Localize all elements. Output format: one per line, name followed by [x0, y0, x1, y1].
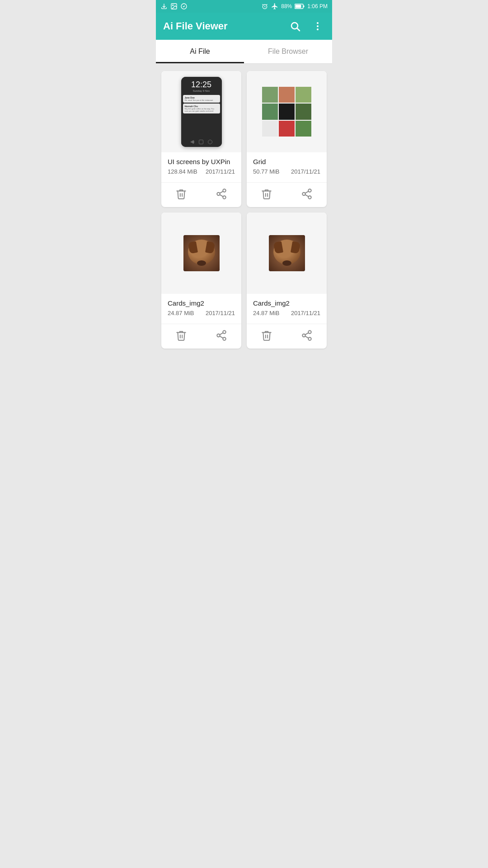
svg-point-1 — [173, 5, 174, 6]
card-preview — [161, 212, 241, 294]
share-icon — [216, 188, 227, 200]
photo-mosaic — [262, 87, 312, 137]
image-icon — [170, 3, 178, 10]
file-size: 50.77 MiB — [253, 168, 280, 175]
time-display: 1:06 PM — [307, 3, 328, 9]
svg-rect-7 — [296, 5, 301, 8]
delete-button[interactable] — [170, 328, 192, 343]
file-name: UI screens by UXPin — [168, 158, 235, 165]
dog-thumbnail — [269, 235, 305, 271]
trash-icon — [261, 330, 272, 341]
svg-rect-8 — [304, 5, 305, 7]
file-date: 2017/11/21 — [206, 310, 235, 316]
battery-icon — [295, 4, 305, 9]
card-preview — [247, 212, 327, 294]
file-card[interactable]: Cards_img2 24.87 MiB 2017/11/21 — [161, 212, 241, 349]
app-bar: Ai File Viewer — [156, 13, 332, 40]
svg-line-32 — [305, 336, 308, 338]
trash-icon — [175, 188, 187, 200]
content-area: 12:25 Sunday 9 Nov Jane Doe Ok, omw! See… — [156, 64, 332, 356]
trash-icon — [261, 188, 272, 200]
airplane-icon — [271, 3, 278, 10]
svg-point-12 — [317, 25, 319, 27]
file-name: Grid — [253, 158, 320, 165]
svg-line-17 — [220, 195, 223, 197]
card-meta: 128.84 MiB 2017/11/21 — [168, 168, 235, 175]
svg-line-33 — [305, 333, 308, 335]
card-meta: 24.87 MiB 2017/11/21 — [253, 310, 320, 316]
more-vert-icon — [312, 21, 323, 32]
svg-line-18 — [220, 191, 223, 193]
card-info: Grid 50.77 MiB 2017/11/21 — [247, 152, 327, 182]
alarm-icon — [261, 3, 268, 10]
share-icon — [301, 188, 313, 200]
status-bar: 88% 1:06 PM — [156, 0, 332, 13]
card-meta: 24.87 MiB 2017/11/21 — [168, 310, 235, 316]
file-name: Cards_img2 — [168, 299, 235, 307]
svg-line-4 — [263, 4, 263, 5]
share-button[interactable] — [210, 186, 233, 202]
share-button[interactable] — [296, 186, 318, 202]
share-icon — [301, 330, 313, 341]
file-name: Cards_img2 — [253, 299, 320, 307]
svg-line-28 — [220, 333, 223, 335]
battery-text: 88% — [281, 3, 292, 9]
delete-button[interactable] — [255, 328, 278, 343]
card-preview — [247, 71, 327, 152]
card-info: UI screens by UXPin 128.84 MiB 2017/11/2… — [161, 152, 241, 182]
file-card[interactable]: 12:25 Sunday 9 Nov Jane Doe Ok, omw! See… — [161, 71, 241, 207]
trash-icon — [175, 330, 187, 341]
file-size: 24.87 MiB — [253, 310, 280, 316]
file-size: 24.87 MiB — [168, 310, 194, 316]
delete-button[interactable] — [170, 186, 192, 202]
card-actions — [161, 182, 241, 207]
check-circle-icon — [180, 3, 188, 10]
tabs-container: Ai File File Browser — [156, 40, 332, 64]
tab-file-browser[interactable]: File Browser — [244, 40, 332, 63]
file-date: 2017/11/21 — [291, 168, 320, 175]
card-info: Cards_img2 24.87 MiB 2017/11/21 — [161, 294, 241, 324]
card-preview: 12:25 Sunday 9 Nov Jane Doe Ok, omw! See… — [161, 71, 241, 152]
share-icon — [216, 330, 227, 341]
svg-line-5 — [267, 4, 267, 5]
svg-point-11 — [317, 22, 319, 24]
file-card[interactable]: Grid 50.77 MiB 2017/11/21 — [247, 71, 327, 207]
status-left-icons — [160, 3, 188, 10]
file-size: 128.84 MiB — [168, 168, 197, 175]
search-button[interactable] — [288, 19, 302, 33]
search-icon — [290, 21, 300, 32]
card-actions — [247, 182, 327, 207]
phone-mockup: 12:25 Sunday 9 Nov Jane Doe Ok, omw! See… — [181, 77, 222, 147]
share-button[interactable] — [296, 328, 318, 343]
download-icon — [160, 3, 168, 10]
share-button[interactable] — [210, 328, 233, 343]
app-title: Ai File Viewer — [163, 20, 228, 32]
status-right-icons: 88% 1:06 PM — [261, 3, 328, 10]
file-grid: 12:25 Sunday 9 Nov Jane Doe Ok, omw! See… — [161, 71, 327, 349]
more-options-button[interactable] — [310, 19, 325, 33]
dog-thumbnail — [183, 235, 220, 271]
file-date: 2017/11/21 — [291, 310, 320, 316]
app-bar-actions — [288, 19, 325, 33]
card-actions — [161, 324, 241, 349]
svg-line-10 — [297, 28, 300, 31]
file-date: 2017/11/21 — [206, 168, 235, 175]
file-card[interactable]: Cards_img2 24.87 MiB 2017/11/21 — [247, 212, 327, 349]
svg-point-13 — [317, 28, 319, 30]
card-actions — [247, 324, 327, 349]
svg-line-23 — [305, 191, 308, 193]
card-meta: 50.77 MiB 2017/11/21 — [253, 168, 320, 175]
tab-ai-file[interactable]: Ai File — [156, 40, 244, 63]
svg-line-22 — [305, 195, 308, 197]
card-info: Cards_img2 24.87 MiB 2017/11/21 — [247, 294, 327, 324]
svg-line-27 — [220, 336, 223, 338]
delete-button[interactable] — [255, 186, 278, 202]
